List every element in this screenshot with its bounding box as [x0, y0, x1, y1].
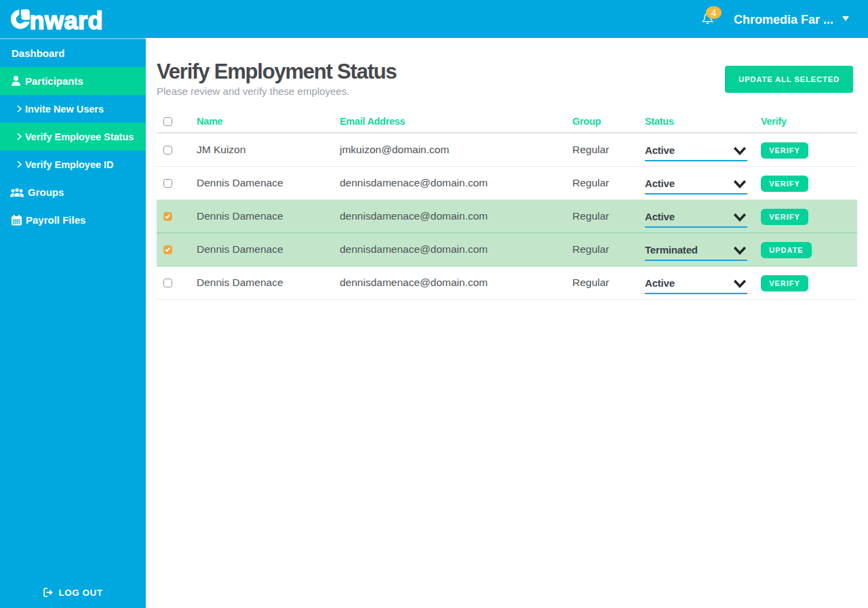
svg-text:nward: nward: [30, 9, 103, 30]
